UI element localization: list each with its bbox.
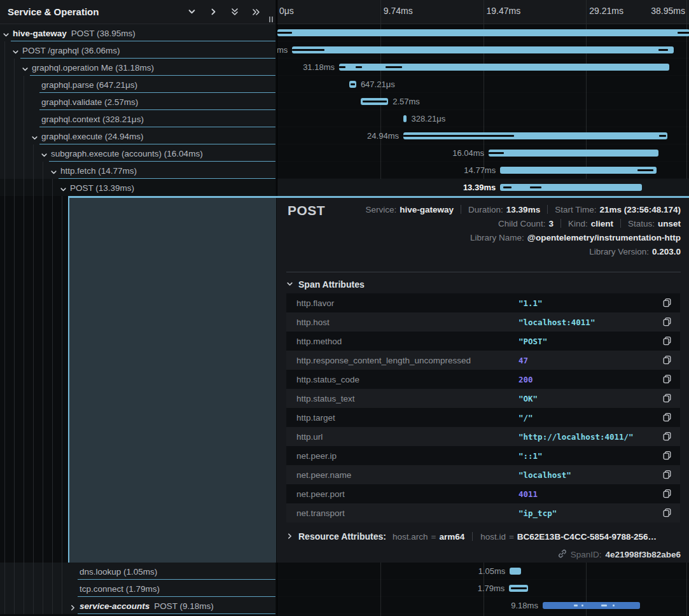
span-tree-row[interactable]: service-accountsPOST (9.18ms) <box>0 597 275 614</box>
span-tree-row[interactable]: POST /graphql (36.06ms) <box>0 41 275 59</box>
chevron-down-icon[interactable] <box>3 29 10 36</box>
span-tree-row[interactable]: graphql.context (328.21μs) <box>0 110 275 127</box>
detail-meta-item: Child Count:3 <box>498 219 553 228</box>
copy-icon[interactable] <box>662 508 672 518</box>
indent-guide <box>24 144 24 162</box>
span-tree-row[interactable]: POST (13.39ms) <box>0 179 275 196</box>
span-duration-bar[interactable] <box>403 115 407 122</box>
copy-icon[interactable] <box>662 355 672 365</box>
span-tree-row[interactable]: graphql.parse (647.21μs) <box>0 76 275 93</box>
copy-icon[interactable] <box>662 393 672 403</box>
span-duration-bar[interactable] <box>361 98 388 105</box>
span-duration-label: 36.06ms <box>277 45 288 55</box>
service-name: hive-gateway <box>13 28 67 38</box>
span-tree-row[interactable]: graphql.execute (24.94ms) <box>0 127 275 144</box>
attribute-row: net.peer.ip"::1" <box>286 446 680 465</box>
resource-attributes-row[interactable]: Resource Attributes: host.arch=arm64host… <box>286 531 657 542</box>
indent-guide <box>4 76 5 93</box>
chevron-down-icon[interactable] <box>60 184 67 191</box>
span-duration-bar[interactable] <box>543 602 640 609</box>
detail-meta-item: Start Time:21ms (23:56:48.174) <box>555 205 681 214</box>
copy-icon[interactable] <box>662 431 672 442</box>
span-duration-bar[interactable] <box>403 132 667 139</box>
span-duration-bar[interactable] <box>277 29 689 36</box>
operation-name: graphql.parse (647.21μs) <box>41 80 137 89</box>
attribute-key: net.peer.port <box>286 489 345 499</box>
span-duration-bar[interactable] <box>500 184 642 191</box>
child-span-marker <box>678 32 689 34</box>
child-span-marker <box>637 169 653 171</box>
child-span-marker <box>489 152 504 154</box>
attribute-row: http.flavor"1.1" <box>286 293 680 312</box>
copy-icon[interactable] <box>662 317 672 327</box>
span-duration-label: 1.79ms <box>478 584 505 593</box>
copy-icon[interactable] <box>662 298 672 308</box>
span-duration-label: 14.77ms <box>464 165 496 175</box>
span-tree-row[interactable]: subgraph.execute (accounts) (16.04ms) <box>0 144 275 162</box>
attribute-key: net.peer.ip <box>286 451 337 461</box>
child-span-marker <box>292 49 324 51</box>
double-chevron-down-icon[interactable] <box>230 7 240 17</box>
span-duration-bar[interactable] <box>510 568 520 575</box>
span-tree-row[interactable]: graphql.operation Me (31.18ms) <box>0 59 275 76</box>
span-tree-row[interactable]: hive-gatewayPOST (38.95ms) <box>0 24 275 41</box>
child-span-marker <box>581 605 583 606</box>
copy-icon[interactable] <box>662 412 672 423</box>
indent-guide <box>14 110 15 127</box>
attribute-row: net.peer.port4011 <box>286 484 680 503</box>
indent-guide <box>24 162 24 179</box>
timeline-row: 328.21μs <box>277 110 689 127</box>
timeline-row: 1.79ms <box>277 580 689 597</box>
indent-guide <box>24 110 24 127</box>
span-duration-bar[interactable] <box>500 167 657 174</box>
child-span-marker <box>530 186 541 188</box>
span-id-label: SpanID: <box>571 550 602 559</box>
chevron-down-icon[interactable] <box>22 64 29 71</box>
span-tree-row[interactable]: graphql.validate (2.57ms) <box>0 93 275 110</box>
span-tree-row[interactable]: tcp.connect (1.79ms) <box>0 580 275 597</box>
span-duration-bar[interactable] <box>292 46 674 53</box>
span-tree-row[interactable]: http.fetch (14.77ms) <box>0 162 275 179</box>
copy-icon[interactable] <box>662 489 672 499</box>
attribute-row: http.status_code200 <box>286 370 680 389</box>
chevron-down-icon[interactable] <box>41 150 48 157</box>
indent-guide <box>62 196 62 563</box>
attribute-value: "/" <box>518 413 533 423</box>
span-duration-bar[interactable] <box>339 64 669 71</box>
chevron-right-icon[interactable] <box>208 7 218 17</box>
double-chevron-right-icon[interactable] <box>251 7 261 17</box>
chevron-down-icon[interactable] <box>31 132 38 139</box>
indent-guide <box>33 597 34 614</box>
indent-guide <box>4 93 5 110</box>
attribute-key: http.status_code <box>286 375 359 384</box>
meta-label: Library Name: <box>470 233 524 242</box>
span-detail-left-panel <box>68 198 276 563</box>
tree-toolbar <box>186 7 261 17</box>
copy-icon[interactable] <box>662 374 672 384</box>
operation-name: graphql.context (328.21μs) <box>41 114 144 123</box>
detail-meta-item: Duration:13.39ms <box>468 205 540 214</box>
child-span-marker <box>658 49 668 51</box>
span-duration-bar[interactable] <box>349 81 356 88</box>
span-tree-row[interactable]: dns.lookup (1.05ms) <box>0 563 275 580</box>
chevron-right-icon[interactable] <box>69 602 76 609</box>
span-duration-bar[interactable] <box>509 585 528 592</box>
span-duration-bar[interactable] <box>489 150 658 157</box>
meta-value: hive-gateway <box>400 205 454 214</box>
meta-label: Service: <box>365 205 396 214</box>
timeline-row: 2.57ms <box>277 93 689 110</box>
span-attributes-header[interactable]: Span Attributes <box>286 279 365 290</box>
copy-icon[interactable] <box>662 470 672 480</box>
operation-name: http.fetch (14.77ms) <box>60 165 137 175</box>
indent-guide <box>43 179 43 196</box>
chevron-down-icon[interactable] <box>12 46 19 53</box>
attribute-row: http.method"POST" <box>286 332 680 351</box>
copy-icon[interactable] <box>662 451 672 461</box>
axis-gridline <box>380 0 381 24</box>
copy-icon[interactable] <box>662 336 672 346</box>
service-name: service-accounts <box>80 601 150 610</box>
indent-guide <box>4 110 5 127</box>
splitter-grip[interactable] <box>269 17 273 22</box>
chevron-down-icon[interactable] <box>186 7 197 17</box>
chevron-down-icon[interactable] <box>50 167 57 174</box>
